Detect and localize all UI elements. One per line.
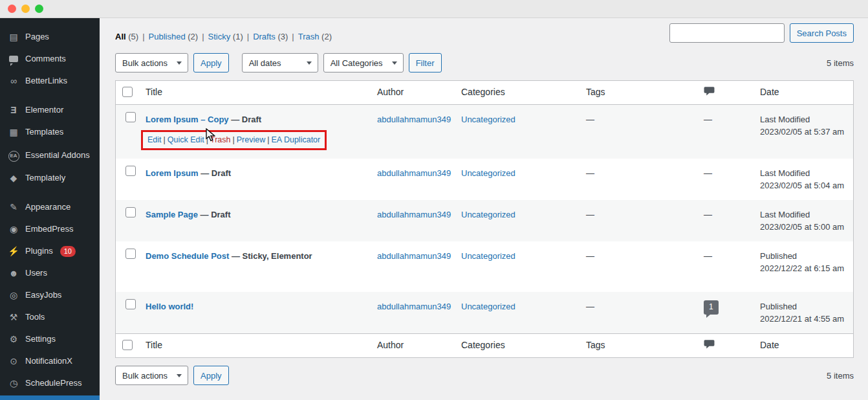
quick-edit-link[interactable]: Quick Edit (168, 135, 204, 144)
date-cell: Last Modified 2023/02/05 at 5:04 am (760, 159, 853, 200)
filter-drafts[interactable]: Drafts (3) (253, 32, 288, 41)
post-title-link[interactable]: Lorem Ipsum – Copy (146, 115, 229, 124)
sidebar-item-easyjobs[interactable]: EasyJobs (0, 284, 100, 306)
comment-count-badge[interactable]: 1 (704, 300, 719, 315)
comments-column-icon (704, 339, 715, 349)
apply-button[interactable]: Apply (193, 53, 229, 72)
column-header-categories: Categories (461, 81, 586, 104)
chevron-down-icon (307, 61, 312, 65)
sidebar-item-comments[interactable]: Comments (0, 48, 100, 70)
date-cell: Published 2022/12/22 at 6:15 am (760, 241, 853, 283)
category-link[interactable]: Uncategorized (461, 302, 515, 311)
author-link[interactable]: abdullahmamun349 (377, 302, 451, 311)
sidebar-item-users[interactable]: Users (0, 262, 100, 284)
betterlinks-icon (8, 75, 19, 87)
sidebar-item-plugins[interactable]: Plugins 10 (0, 240, 100, 262)
sidebar-item-settings[interactable]: Settings (0, 328, 100, 350)
select-row-checkbox[interactable] (125, 112, 136, 122)
tags-value: — (586, 159, 704, 188)
views-row: All (5) | Published (2) | Sticky (1) | D… (115, 28, 854, 44)
post-title-link[interactable]: Sample Page (146, 210, 198, 219)
sidebar-item-templates[interactable]: Templates (0, 121, 100, 143)
filter-trash[interactable]: Trash (2) (298, 32, 332, 41)
filter-sticky[interactable]: Sticky (1) (208, 32, 243, 41)
sidebar-item-betterlinks[interactable]: BetterLinks (0, 70, 100, 92)
zoom-window-button[interactable] (35, 5, 43, 13)
comments-value: — (704, 241, 760, 271)
column-header-author: Author (377, 81, 461, 104)
sidebar-item-label: Appearance (25, 201, 71, 213)
sidebar-item-label: Pages (25, 31, 49, 43)
author-link[interactable]: abdullahmamun349 (377, 115, 451, 124)
sidebar-item-label: EasyJobs (25, 289, 61, 301)
post-status: — Draft (201, 168, 231, 178)
author-link[interactable]: abdullahmamun349 (377, 210, 451, 219)
author-link[interactable]: abdullahmamun349 (377, 168, 451, 178)
table-row: Lorem Ipsum — Draft abdullahmamun349 Unc… (116, 159, 853, 200)
filter-all[interactable]: All (5) (115, 32, 138, 41)
dates-filter-select[interactable]: All dates (242, 53, 318, 72)
filter-button[interactable]: Filter (409, 53, 442, 72)
date-status: Published (760, 300, 847, 313)
comments-icon (8, 53, 19, 65)
select-all-checkbox[interactable] (122, 87, 133, 97)
author-link[interactable]: abdullahmamun349 (377, 251, 451, 261)
ea-duplicator-link[interactable]: EA Duplicator (271, 135, 320, 144)
column-footer-title[interactable]: Title (146, 334, 377, 357)
bulk-actions-value: Bulk actions (122, 58, 168, 68)
select-all-checkbox[interactable] (122, 340, 133, 350)
sidebar-item-label: EmbedPress (25, 223, 73, 235)
column-header-comments[interactable] (704, 81, 760, 104)
post-title-link[interactable]: Lorem Ipsum (146, 168, 199, 178)
filter-separator: | (292, 32, 294, 41)
category-link[interactable]: Uncategorized (461, 115, 515, 124)
list-toolbar-bottom: Bulk actions Apply 5 items (115, 366, 854, 385)
filter-published[interactable]: Published (2) (149, 32, 199, 41)
search-posts-button[interactable]: Search Posts (790, 23, 854, 43)
post-title-link[interactable]: Demo Schedule Post (146, 251, 229, 261)
categories-filter-value: All Categories (331, 58, 383, 68)
column-footer-comments[interactable] (704, 334, 760, 357)
search-input[interactable] (669, 23, 785, 43)
date-value: 2023/02/05 at 5:00 am (760, 221, 847, 233)
macos-titlebar (0, 0, 868, 18)
bulk-actions-select-bottom[interactable]: Bulk actions (115, 366, 188, 385)
sidebar-item-tools[interactable]: Tools (0, 306, 100, 328)
date-status: Last Modified (760, 208, 847, 221)
users-icon (8, 267, 19, 279)
tags-value: — (586, 292, 704, 321)
column-header-title[interactable]: Title (146, 81, 377, 104)
category-link[interactable]: Uncategorized (461, 251, 515, 261)
select-row-checkbox[interactable] (125, 299, 136, 309)
post-title-link[interactable]: Hello world! (146, 302, 193, 311)
preview-link[interactable]: Preview (237, 135, 265, 144)
sidebar-item-appearance[interactable]: Appearance (0, 196, 100, 218)
sidebar-bottom-accent (0, 395, 100, 400)
sidebar-item-pages[interactable]: Pages (0, 26, 100, 48)
sidebar-item-notificationx[interactable]: NotificationX (0, 350, 100, 372)
sidebar-item-schedulepress[interactable]: SchedulePress (0, 372, 100, 394)
category-link[interactable]: Uncategorized (461, 168, 515, 178)
sidebar-item-essential-addons[interactable]: Essential Addons (0, 143, 100, 167)
sidebar-item-templately[interactable]: Templately (0, 167, 100, 189)
category-link[interactable]: Uncategorized (461, 210, 515, 219)
select-row-checkbox[interactable] (125, 207, 136, 217)
chevron-down-icon (392, 61, 397, 65)
search-box: Search Posts (669, 23, 854, 43)
edit-link[interactable]: Edit (147, 135, 162, 144)
date-cell: Published 2022/12/21 at 4:55 am (760, 292, 853, 333)
column-header-date[interactable]: Date (760, 81, 853, 104)
bulk-actions-select[interactable]: Bulk actions (115, 53, 188, 72)
select-row-checkbox[interactable] (125, 166, 136, 176)
sidebar-item-elementor[interactable]: Elementor (0, 99, 100, 121)
categories-filter-select[interactable]: All Categories (323, 53, 404, 72)
date-value: 2023/02/05 at 5:37 am (760, 126, 847, 138)
column-footer-date[interactable]: Date (760, 334, 853, 357)
select-row-checkbox[interactable] (125, 249, 136, 259)
date-cell: Last Modified 2023/02/05 at 5:37 am (760, 105, 853, 146)
apply-button-bottom[interactable]: Apply (193, 366, 229, 385)
close-window-button[interactable] (8, 5, 16, 13)
sidebar-item-embedpress[interactable]: EmbedPress (0, 218, 100, 240)
mouse-cursor (206, 128, 215, 142)
minimize-window-button[interactable] (21, 5, 30, 13)
